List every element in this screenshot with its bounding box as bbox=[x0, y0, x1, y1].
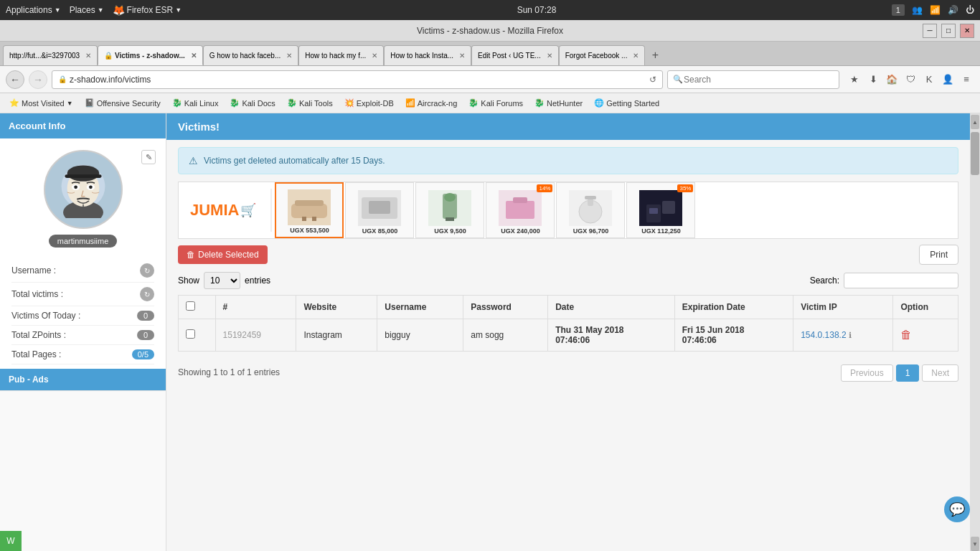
os-taskbar: Applications ▼ Places ▼ 🦊 Firefox ESR ▼ … bbox=[0, 0, 980, 20]
col-date: Date bbox=[548, 296, 675, 319]
refresh-victims-button[interactable]: ↻ bbox=[140, 263, 154, 278]
select-all-checkbox[interactable] bbox=[186, 301, 195, 311]
print-button[interactable]: Print bbox=[919, 245, 958, 265]
url-bar[interactable]: 🔒 z-shadow.info/victims ↺ bbox=[52, 70, 663, 89]
nethunter-icon: 🐉 bbox=[534, 98, 545, 108]
ip-info-icon[interactable]: ℹ bbox=[849, 331, 852, 339]
ad-product-3[interactable]: UGX 9,500 bbox=[415, 182, 484, 238]
tab-1-close[interactable]: ✕ bbox=[85, 52, 91, 60]
scroll-up-button[interactable]: ▲ bbox=[971, 115, 979, 129]
ad-product-5-price: UGX 96,700 bbox=[573, 227, 609, 235]
ad-product-2-image bbox=[358, 190, 401, 226]
tab-hack-my-close[interactable]: ✕ bbox=[372, 52, 377, 60]
table-controls-left: 🗑 Delete Selected bbox=[178, 245, 268, 264]
ad-product-2[interactable]: UGX 85,000 bbox=[345, 182, 414, 238]
close-button[interactable]: ✕ bbox=[960, 24, 974, 38]
bookmark-offensive-security[interactable]: 📓 Offensive Security bbox=[81, 97, 164, 109]
avatar bbox=[44, 150, 123, 229]
sync-icon[interactable]: 👤 bbox=[940, 72, 956, 88]
row-checkbox[interactable] bbox=[186, 329, 195, 339]
svg-rect-24 bbox=[662, 201, 675, 214]
home-icon[interactable]: 🏠 bbox=[884, 72, 900, 88]
pub-ads-header: Pub - Ads bbox=[0, 369, 166, 390]
applications-menu[interactable]: Applications ▼ bbox=[6, 5, 61, 15]
entries-select[interactable]: 10 25 50 100 bbox=[204, 272, 240, 289]
bookmark-getting-started[interactable]: 🌐 Getting Started bbox=[590, 97, 663, 109]
lock-icon: 🔒 bbox=[58, 75, 67, 83]
search-input[interactable] bbox=[667, 70, 839, 89]
svg-point-8 bbox=[89, 185, 93, 189]
tab-victims[interactable]: 🔒 Victims - z-shadow... ✕ bbox=[98, 45, 203, 65]
bookmark-most-visited[interactable]: ⭐ Most Visited ▼ bbox=[6, 97, 77, 109]
delete-selected-button[interactable]: 🗑 Delete Selected bbox=[178, 245, 268, 264]
most-visited-dropdown: ▼ bbox=[67, 100, 73, 107]
maximize-button[interactable]: □ bbox=[941, 24, 956, 38]
bookmark-kali-docs[interactable]: 🐉 Kali Docs bbox=[226, 97, 278, 109]
bookmark-aircrack[interactable]: 📶 Aircrack-ng bbox=[402, 97, 461, 109]
bookmark-kali-tools[interactable]: 🐉 Kali Tools bbox=[283, 97, 336, 109]
ad-product-2-price: UGX 85,000 bbox=[362, 227, 398, 235]
forward-button[interactable]: → bbox=[29, 70, 47, 89]
page-1-button[interactable]: 1 bbox=[896, 364, 920, 382]
next-button[interactable]: Next bbox=[922, 364, 958, 382]
delete-row-button[interactable]: 🗑 bbox=[900, 329, 912, 342]
col-username: Username bbox=[377, 296, 463, 319]
tab-hack-fb-close[interactable]: ✕ bbox=[286, 52, 292, 60]
bookmark-exploit-db[interactable]: 💥 Exploit-DB bbox=[341, 97, 397, 109]
page-content: Account Info ✎ bbox=[0, 113, 980, 551]
kali-forums-icon: 🐉 bbox=[468, 98, 479, 108]
menu-icon[interactable]: ≡ bbox=[958, 72, 974, 88]
volume-icon: 🔊 bbox=[948, 5, 958, 15]
pocket-icon[interactable]: 🛡 bbox=[903, 72, 918, 88]
back-button[interactable]: ← bbox=[6, 70, 24, 89]
avatar-edit-button[interactable]: ✎ bbox=[141, 150, 156, 164]
ad-product-1[interactable]: UGX 553,500 bbox=[275, 182, 344, 238]
tab-forgot-fb-close[interactable]: ✕ bbox=[633, 52, 639, 60]
ad-product-5[interactable]: UGX 96,700 bbox=[556, 182, 625, 238]
tab-hack-fb[interactable]: G how to hack faceb... ✕ bbox=[203, 45, 299, 65]
offensive-security-icon: 📓 bbox=[85, 98, 95, 108]
scrollbar[interactable]: ▲ ▼ bbox=[970, 113, 980, 551]
tab-edit-post-close[interactable]: ✕ bbox=[547, 52, 552, 60]
sidebar-stats: Username : ↻ Total victims : ↻ Victims O… bbox=[0, 255, 166, 369]
download-icon[interactable]: ⬇ bbox=[865, 72, 881, 88]
ad-logo-icon: 🛒 bbox=[240, 202, 256, 218]
scroll-down-button[interactable]: ▼ bbox=[971, 537, 979, 551]
minimize-button[interactable]: ─ bbox=[923, 24, 937, 38]
ad-product-6[interactable]: 35% UGX 112,250 bbox=[626, 182, 695, 238]
tab-forgot-fb[interactable]: Forgot Facebook ... ✕ bbox=[559, 45, 646, 65]
reload-button[interactable]: ↺ bbox=[649, 75, 656, 85]
tab-victims-close[interactable]: ✕ bbox=[191, 52, 197, 60]
new-tab-button[interactable]: + bbox=[645, 45, 665, 65]
kali-linux-icon: 🐉 bbox=[172, 98, 182, 108]
tab-hack-my[interactable]: How to hack my f... ✕ bbox=[298, 45, 384, 65]
firefox-menu[interactable]: 🦊 Firefox ESR ▼ bbox=[113, 4, 182, 16]
ad-product-4[interactable]: 14% UGX 240,000 bbox=[486, 182, 555, 238]
ad-logo: JUMIA 🛒 bbox=[179, 194, 268, 227]
tab-hack-insta[interactable]: How to hack Insta... ✕ bbox=[384, 45, 471, 65]
svg-rect-4 bbox=[65, 174, 101, 178]
profile-icon[interactable]: K bbox=[921, 72, 937, 88]
bookmark-star-icon[interactable]: ★ bbox=[847, 72, 862, 88]
row-ip: 154.0.138.2 ℹ bbox=[793, 319, 893, 352]
table-controls-right: Print bbox=[919, 245, 958, 265]
wifi-icon: 📶 bbox=[930, 5, 941, 15]
refresh-total-victims-button[interactable]: ↻ bbox=[140, 287, 154, 301]
bookmark-kali-linux[interactable]: 🐉 Kali Linux bbox=[169, 97, 222, 109]
table-search-input[interactable] bbox=[844, 273, 958, 288]
tab-hack-insta-close[interactable]: ✕ bbox=[459, 52, 465, 60]
alert-icon: ⚠ bbox=[189, 155, 198, 166]
wechat-icon[interactable]: W bbox=[0, 531, 22, 551]
scroll-thumb[interactable] bbox=[971, 132, 979, 175]
places-menu[interactable]: Places ▼ bbox=[70, 5, 104, 15]
desktop-icon[interactable]: 1 bbox=[892, 4, 905, 16]
col-website: Website bbox=[296, 296, 377, 319]
tab-1[interactable]: http://fut...&i=3297003 ✕ bbox=[3, 45, 98, 65]
ad-product-3-price: UGX 9,500 bbox=[434, 227, 466, 235]
bookmark-kali-forums[interactable]: 🐉 Kali Forums bbox=[465, 97, 527, 109]
ad-banner[interactable]: JUMIA 🛒 UGX 553,500 bbox=[178, 182, 958, 239]
chat-widget-button[interactable]: 💬 bbox=[944, 496, 970, 522]
previous-button[interactable]: Previous bbox=[841, 364, 893, 382]
tab-edit-post[interactable]: Edit Post ‹ UG TE... ✕ bbox=[471, 45, 559, 65]
bookmark-nethunter[interactable]: 🐉 NetHunter bbox=[531, 97, 586, 109]
